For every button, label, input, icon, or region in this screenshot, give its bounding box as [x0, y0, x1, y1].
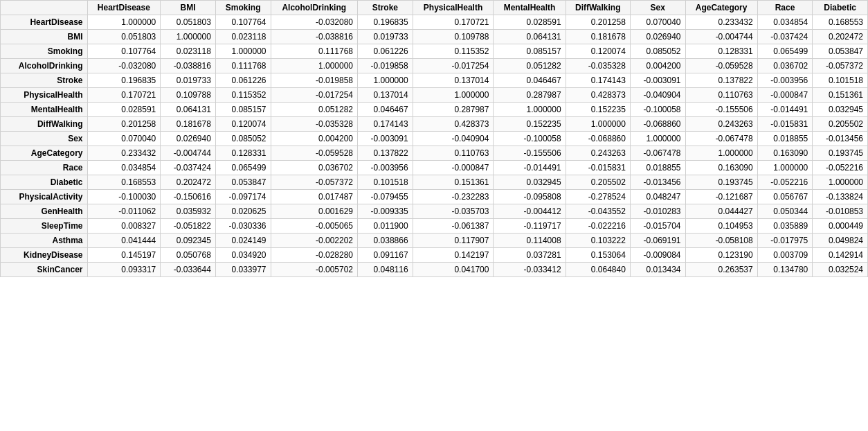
table-cell: 0.070040 [87, 132, 161, 146]
col-header-mentalhealth: MentalHealth [494, 1, 566, 15]
table-cell: 0.093317 [87, 263, 161, 277]
table-cell: -0.033412 [494, 263, 566, 277]
table-row: Stroke0.1968350.0197330.061226-0.0198581… [1, 73, 868, 88]
table-cell: 0.051803 [87, 30, 161, 44]
table-cell: -0.097174 [215, 190, 271, 204]
row-header-sleeptime: SleepTime [1, 219, 88, 234]
table-cell: 0.028591 [87, 103, 161, 117]
table-cell: 1.000000 [494, 103, 566, 117]
table-cell: -0.002202 [271, 234, 358, 248]
table-cell: 0.026940 [161, 132, 216, 146]
table-cell: 0.205502 [813, 117, 868, 132]
table-cell: -0.035328 [566, 59, 630, 73]
table-cell: 0.085157 [215, 103, 271, 117]
table-cell: -0.000847 [757, 88, 813, 103]
table-cell: 0.117907 [413, 234, 494, 248]
table-cell: 0.201258 [566, 15, 630, 30]
table-cell: -0.009084 [630, 248, 685, 263]
table-cell: -0.033644 [161, 263, 216, 277]
table-cell: 0.034920 [215, 248, 271, 263]
col-header-race: Race [757, 1, 813, 15]
table-cell: 0.028591 [494, 15, 566, 30]
table-cell: -0.067478 [630, 146, 685, 161]
table-cell: 0.085157 [494, 44, 566, 59]
col-header-smoking: Smoking [215, 1, 271, 15]
table-cell: 0.263537 [685, 263, 757, 277]
table-cell: -0.003956 [358, 161, 413, 175]
table-cell: -0.057372 [813, 59, 868, 73]
table-cell: 0.032945 [813, 103, 868, 117]
table-cell: 1.000000 [630, 132, 685, 146]
table-cell: 1.000000 [413, 88, 494, 103]
table-cell: 0.152235 [494, 117, 566, 132]
table-cell: -0.010283 [630, 204, 685, 219]
table-cell: -0.004412 [494, 204, 566, 219]
table-cell: -0.278524 [566, 190, 630, 204]
table-cell: -0.052216 [757, 175, 813, 190]
row-header-diffwalking: DiffWalking [1, 117, 88, 132]
table-cell: 0.023118 [161, 44, 216, 59]
table-cell: -0.015704 [630, 219, 685, 234]
table-cell: 0.103222 [566, 234, 630, 248]
table-cell: -0.067478 [685, 132, 757, 146]
col-header-alcoholdrinking: AlcoholDrinking [271, 1, 358, 15]
table-cell: 0.287987 [413, 103, 494, 117]
table-cell: 0.107764 [215, 15, 271, 30]
table-cell: -0.019858 [358, 59, 413, 73]
table-cell: 0.046467 [358, 103, 413, 117]
table-cell: 0.287987 [494, 88, 566, 103]
table-cell: -0.043552 [566, 204, 630, 219]
table-cell: -0.052216 [813, 161, 868, 175]
table-cell: -0.013456 [630, 175, 685, 190]
table-cell: 0.085052 [215, 132, 271, 146]
table-cell: -0.032080 [87, 59, 161, 73]
table-cell: 0.050768 [161, 248, 216, 263]
table-cell: 0.101518 [358, 175, 413, 190]
table-row: Asthma0.0414440.0923450.024149-0.0022020… [1, 234, 868, 248]
table-cell: 0.034854 [757, 15, 813, 30]
table-cell: -0.035328 [271, 117, 358, 132]
table-cell: 0.091167 [358, 248, 413, 263]
table-cell: 0.137822 [358, 146, 413, 161]
table-cell: 1.000000 [215, 44, 271, 59]
table-cell: 0.070040 [630, 15, 685, 30]
table-cell: -0.003956 [757, 73, 813, 88]
table-cell: -0.119717 [494, 219, 566, 234]
table-row: SleepTime0.008327-0.051822-0.030336-0.00… [1, 219, 868, 234]
col-header-diabetic: Diabetic [813, 1, 868, 15]
row-header-agecategory: AgeCategory [1, 146, 88, 161]
table-cell: 0.064131 [494, 30, 566, 44]
table-row: AlcoholDrinking-0.032080-0.0388160.11176… [1, 59, 868, 73]
table-cell: -0.005702 [271, 263, 358, 277]
table-cell: 0.107764 [87, 44, 161, 59]
table-cell: 0.151361 [413, 175, 494, 190]
table-cell: -0.061387 [413, 219, 494, 234]
table-cell: 0.196835 [87, 73, 161, 88]
table-cell: 0.243263 [685, 117, 757, 132]
row-header-alcoholdrinking: AlcoholDrinking [1, 59, 88, 73]
table-cell: -0.059528 [685, 59, 757, 73]
table-cell: 0.174143 [358, 117, 413, 132]
table-body: HeartDisease1.0000000.0518030.107764-0.0… [1, 15, 868, 277]
table-row: KidneyDisease0.1451970.0507680.034920-0.… [1, 248, 868, 263]
table-cell: -0.100058 [630, 103, 685, 117]
table-cell: -0.100058 [494, 132, 566, 146]
table-row: AgeCategory0.233432-0.0047440.128331-0.0… [1, 146, 868, 161]
table-cell: -0.032080 [271, 15, 358, 30]
table-cell: 0.001629 [271, 204, 358, 219]
col-header-stroke: Stroke [358, 1, 413, 15]
row-header-asthma: Asthma [1, 234, 88, 248]
table-cell: -0.030336 [215, 219, 271, 234]
table-cell: 0.032524 [813, 263, 868, 277]
table-cell: -0.068860 [566, 132, 630, 146]
table-cell: -0.017254 [413, 59, 494, 73]
table-cell: 0.109788 [413, 30, 494, 44]
table-cell: 1.000000 [161, 30, 216, 44]
table-row: MentalHealth0.0285910.0641310.0851570.05… [1, 103, 868, 117]
table-cell: 0.050344 [757, 204, 813, 219]
row-header-physicalhealth: PhysicalHealth [1, 88, 88, 103]
table-cell: 0.123190 [685, 248, 757, 263]
table-cell: -0.017975 [757, 234, 813, 248]
col-header-agecategory: AgeCategory [685, 1, 757, 15]
table-row: Sex0.0700400.0269400.0850520.004200-0.00… [1, 132, 868, 146]
